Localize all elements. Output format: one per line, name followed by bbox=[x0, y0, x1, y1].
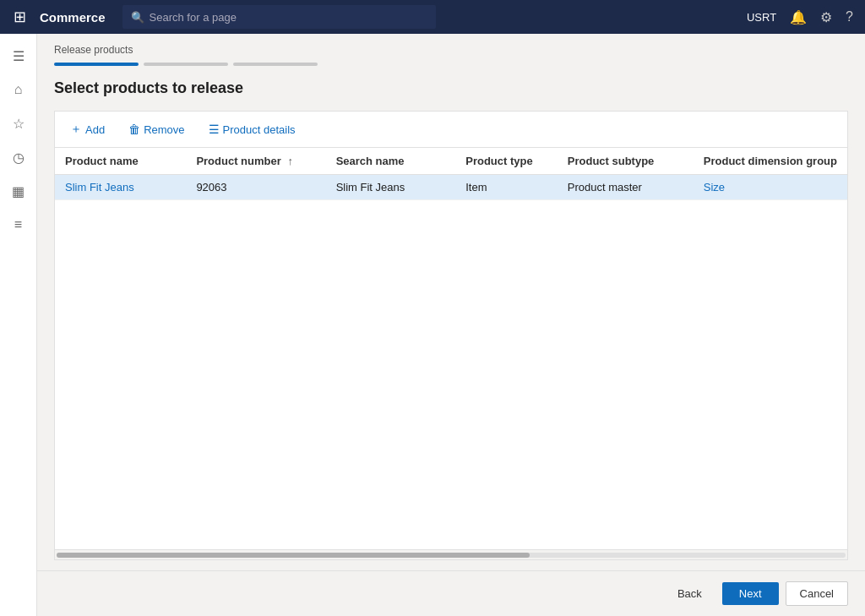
progress-steps bbox=[54, 63, 848, 66]
sidebar: ☰ ⌂ ☆ ◷ ▦ ≡ bbox=[0, 34, 37, 616]
remove-button[interactable]: 🗑 Remove bbox=[123, 119, 189, 139]
col-header-product-number[interactable]: Product number ↑ bbox=[186, 148, 325, 175]
notification-icon[interactable]: 🔔 bbox=[785, 6, 812, 29]
sidebar-star-icon[interactable]: ☆ bbox=[3, 108, 34, 139]
product-details-button[interactable]: ☰ Product details bbox=[204, 119, 301, 139]
sidebar-clock-icon[interactable]: ◷ bbox=[3, 142, 34, 172]
table-wrapper[interactable]: Product name Product number ↑ Search nam… bbox=[55, 148, 847, 549]
sidebar-hamburger-icon[interactable]: ☰ bbox=[3, 41, 34, 71]
search-icon: 🔍 bbox=[131, 11, 144, 24]
table-card: ＋ Add 🗑 Remove ☰ Product details bbox=[54, 111, 848, 560]
app-title: Commerce bbox=[40, 10, 106, 25]
settings-icon[interactable]: ⚙ bbox=[815, 6, 837, 29]
search-bar: 🔍 bbox=[122, 5, 437, 29]
sidebar-list-icon[interactable]: ≡ bbox=[3, 210, 34, 240]
products-table: Product name Product number ↑ Search nam… bbox=[55, 148, 847, 200]
page-title: Select products to release bbox=[54, 79, 848, 97]
top-navigation: ⊞ Commerce 🔍 USRT 🔔 ⚙ ? bbox=[0, 0, 865, 34]
breadcrumb: Release products bbox=[54, 44, 848, 56]
col-header-product-name[interactable]: Product name bbox=[55, 148, 186, 175]
sidebar-grid-icon[interactable]: ▦ bbox=[3, 176, 34, 206]
horizontal-scrollbar[interactable] bbox=[55, 549, 847, 559]
sidebar-home-icon[interactable]: ⌂ bbox=[3, 74, 34, 105]
col-header-dimension-group[interactable]: Product dimension group bbox=[694, 148, 847, 175]
add-icon: ＋ bbox=[70, 122, 82, 137]
add-button[interactable]: ＋ Add bbox=[65, 118, 110, 140]
scroll-thumb bbox=[57, 553, 530, 558]
help-icon[interactable]: ? bbox=[841, 6, 858, 28]
nav-icons: USRT 🔔 ⚙ ? bbox=[747, 6, 858, 29]
sort-arrow-icon: ↑ bbox=[287, 155, 293, 167]
step-3 bbox=[233, 63, 318, 66]
remove-icon: 🗑 bbox=[128, 123, 140, 136]
step-1 bbox=[54, 63, 139, 66]
footer: Back Next Cancel bbox=[37, 570, 865, 616]
user-label: USRT bbox=[747, 11, 776, 24]
scroll-track bbox=[57, 553, 846, 558]
search-input[interactable] bbox=[150, 11, 428, 24]
back-button[interactable]: Back bbox=[664, 582, 715, 605]
details-icon: ☰ bbox=[209, 123, 220, 136]
layout: ☰ ⌂ ☆ ◷ ▦ ≡ Release products Select prod… bbox=[0, 34, 865, 616]
col-header-product-type[interactable]: Product type bbox=[455, 148, 558, 175]
table-toolbar: ＋ Add 🗑 Remove ☰ Product details bbox=[55, 112, 847, 148]
col-header-product-subtype[interactable]: Product subtype bbox=[558, 148, 694, 175]
step-2 bbox=[144, 63, 228, 66]
next-button[interactable]: Next bbox=[722, 582, 779, 605]
col-header-search-name[interactable]: Search name bbox=[326, 148, 456, 175]
cancel-button[interactable]: Cancel bbox=[786, 581, 848, 606]
app-grid-icon[interactable]: ⊞ bbox=[7, 4, 33, 30]
main-content: Release products Select products to rele… bbox=[37, 34, 865, 570]
table-row[interactable]: Slim Fit Jeans92063Slim Fit JeansItemPro… bbox=[55, 175, 847, 200]
